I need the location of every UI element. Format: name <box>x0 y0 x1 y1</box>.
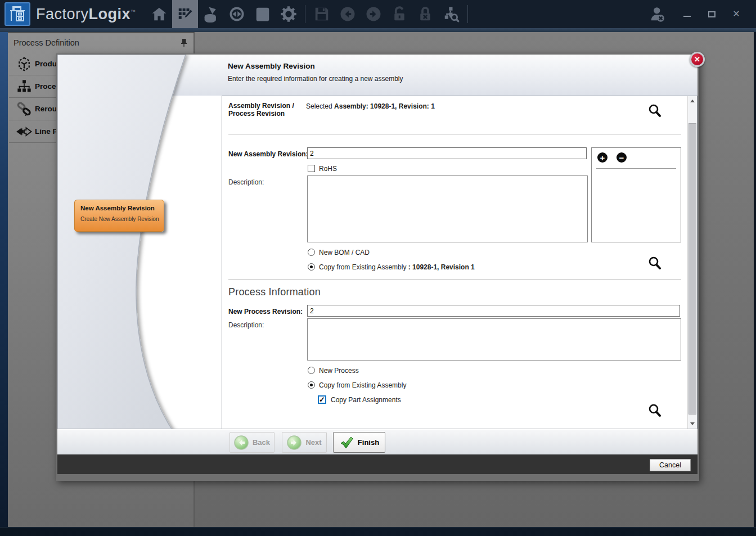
rohs-checkbox[interactable] <box>308 165 315 172</box>
dialog-subtitle: Enter the required information for creat… <box>228 75 403 83</box>
product-cube-icon <box>14 55 35 73</box>
wizard-step-title: New Assembly Revision <box>80 205 164 211</box>
window-left-border <box>0 32 8 527</box>
new-process-revision-input[interactable] <box>307 305 680 317</box>
process-information-header: Process Information <box>228 286 321 298</box>
dialog-close-icon[interactable]: ✕ <box>690 52 705 67</box>
application-window: FactoryLogix™ <box>0 0 756 536</box>
status-bar <box>0 527 756 536</box>
save-icon[interactable] <box>309 0 335 28</box>
next-button[interactable]: Next <box>282 432 327 453</box>
assembly-description-label: Description: <box>228 178 264 186</box>
toolbar-separator <box>467 5 468 23</box>
search-icon[interactable] <box>647 103 663 119</box>
dialog-header: New Assembly Revision Enter the required… <box>57 55 698 96</box>
production-icon[interactable] <box>198 0 224 28</box>
pin-icon[interactable] <box>180 38 188 47</box>
title-bar: FactoryLogix™ <box>0 0 756 28</box>
settings-gear-icon[interactable] <box>276 0 302 28</box>
sidebar-item-label: Rerout <box>35 105 60 113</box>
toolbar-separator <box>305 5 305 23</box>
finish-check-icon <box>339 435 354 450</box>
data-transfer-icon[interactable] <box>224 0 250 28</box>
app-title: FactoryLogix™ <box>36 6 136 23</box>
new-assembly-revision-dialog: New Assembly Revision Enter the required… <box>56 53 699 481</box>
factorylogix-logo-icon <box>4 2 30 26</box>
titlebar-accent-line <box>0 28 756 32</box>
wizard-button-band: Back Next Finish <box>57 429 698 454</box>
copy-process-from-existing-label: Copy from Existing Assembly <box>319 381 406 389</box>
panel-title: Process Definition <box>14 38 180 47</box>
search-icon[interactable] <box>647 255 663 271</box>
dialog-title: New Assembly Revision <box>228 62 315 70</box>
search-icon[interactable] <box>647 403 663 418</box>
reroute-links-icon <box>14 100 35 118</box>
new-process-label: New Process <box>319 367 359 375</box>
back-arrow-icon <box>234 435 249 450</box>
minimize-icon[interactable] <box>678 6 695 22</box>
maximize-icon[interactable] <box>703 6 720 22</box>
cancel-button[interactable]: Cancel <box>650 459 691 471</box>
scrollbar-thumb[interactable] <box>688 123 696 415</box>
assembly-search-icon[interactable] <box>438 0 464 28</box>
copy-from-existing-assembly-label: Copy from Existing Assembly : 10928-1, R… <box>319 263 475 271</box>
copy-from-existing-assembly-radio[interactable] <box>308 263 315 271</box>
finish-button[interactable]: Finish <box>333 432 385 453</box>
copy-process-from-existing-radio[interactable] <box>308 381 315 389</box>
wizard-step-current: New Assembly Revision Create New Assembl… <box>74 200 164 232</box>
rohs-label: RoHS <box>319 165 337 173</box>
process-description-label: Description: <box>228 321 264 329</box>
scroll-down-icon[interactable] <box>688 419 697 429</box>
section-divider <box>228 280 681 280</box>
copy-part-assignments-checkbox[interactable]: ✓ <box>318 395 326 404</box>
next-arrow-icon <box>287 435 302 450</box>
process-tree-icon <box>14 78 35 96</box>
close-icon[interactable]: ✕ <box>728 6 745 22</box>
new-process-radio[interactable] <box>308 367 315 374</box>
selected-assembly-text: Selected Assembly: 10928-1, Revision: 1 <box>306 102 435 110</box>
process-description-textarea[interactable] <box>307 318 681 361</box>
remove-icon[interactable]: − <box>616 152 627 163</box>
user-logout-icon[interactable] <box>645 0 670 28</box>
wizard-step-subtitle: Create New Assembly Revision <box>80 216 164 222</box>
scroll-up-icon[interactable] <box>688 96 697 106</box>
unlock-icon[interactable] <box>386 0 412 28</box>
add-icon[interactable]: + <box>597 152 608 163</box>
line-process-arrows-icon <box>14 123 35 141</box>
new-bom-cad-radio[interactable] <box>308 249 315 256</box>
wizard-form: Assembly Revision / Process Revision Sel… <box>222 96 698 429</box>
reports-icon[interactable] <box>250 0 276 28</box>
form-scrollbar[interactable] <box>687 96 697 429</box>
attachments-box: + − <box>591 147 681 242</box>
new-bom-cad-label: New BOM / CAD <box>319 249 370 256</box>
window-right-border <box>754 32 756 527</box>
new-process-revision-label: New Process Revision: <box>228 308 303 316</box>
navigate-forward-icon[interactable] <box>361 0 386 28</box>
assembly-revision-section-label: Assembly Revision / Process Revision <box>228 102 294 118</box>
lock-discard-icon[interactable] <box>412 0 438 28</box>
section-divider <box>228 134 681 134</box>
new-assembly-revision-input[interactable] <box>307 147 587 159</box>
back-button[interactable]: Back <box>230 432 274 453</box>
copy-part-assignments-label: Copy Part Assignments <box>331 396 401 404</box>
home-icon[interactable] <box>146 0 172 28</box>
attachments-divider <box>596 168 676 169</box>
new-assembly-revision-label: New Assembly Revision: <box>228 150 308 158</box>
assembly-description-textarea[interactable] <box>307 175 588 242</box>
process-definition-icon[interactable] <box>172 0 198 28</box>
dialog-footer: Cancel <box>57 454 698 474</box>
navigate-back-icon[interactable] <box>335 0 361 28</box>
